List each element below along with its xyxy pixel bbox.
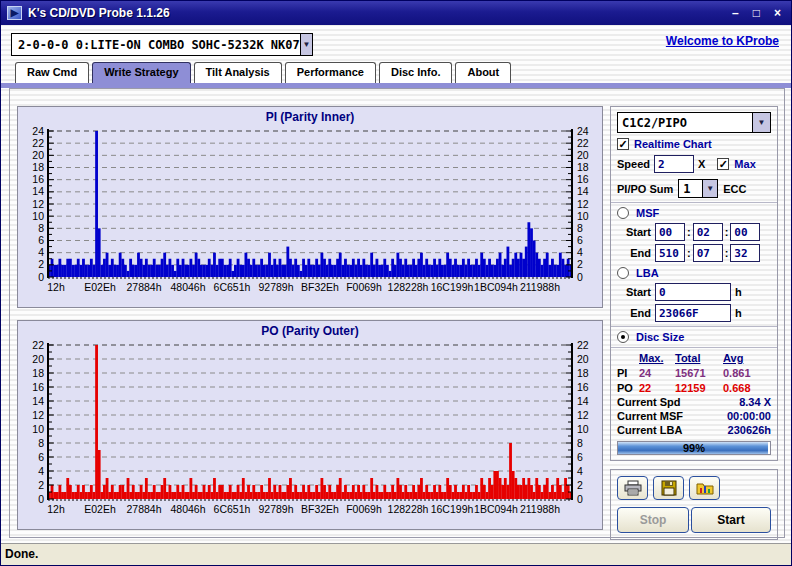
msf-start-min[interactable]	[655, 223, 685, 241]
svg-text:E02Eh: E02Eh	[84, 281, 116, 293]
colon: :	[687, 226, 691, 238]
msf-end-min[interactable]	[655, 244, 685, 262]
svg-text:8: 8	[38, 222, 44, 234]
msf-radio[interactable]	[617, 207, 629, 219]
chevron-down-icon[interactable]: ▼	[752, 113, 770, 132]
svg-text:F0069h: F0069h	[346, 503, 382, 515]
progress-bar: 99%	[617, 441, 771, 455]
svg-text:F0069h: F0069h	[346, 281, 382, 293]
minimize-icon[interactable]: –	[732, 6, 739, 20]
start-button[interactable]: Start	[691, 507, 771, 533]
print-button[interactable]	[617, 476, 648, 500]
stats-pi-name: PI	[617, 367, 639, 379]
svg-text:6: 6	[577, 451, 583, 463]
svg-text:12: 12	[32, 409, 44, 421]
drive-selector[interactable]: 2-0-0-0 0:LITE-ON COMBO SOHC-5232K NK07 …	[11, 33, 313, 56]
stats-pi-total: 15671	[675, 367, 723, 379]
tab-raw-cmd[interactable]: Raw Cmd	[15, 62, 89, 83]
chevron-down-icon[interactable]: ▼	[300, 34, 312, 55]
current-msf-value: 00:00:00	[727, 410, 771, 422]
pipo-sum-select[interactable]: 1 ▼	[678, 179, 718, 198]
svg-text:92789h: 92789h	[258, 503, 293, 515]
svg-text:18: 18	[32, 161, 44, 173]
chart-export-button[interactable]	[689, 476, 720, 500]
close-icon[interactable]: ×	[774, 6, 781, 20]
floppy-icon	[661, 480, 677, 496]
svg-text:20: 20	[32, 149, 44, 161]
lba-start-label: Start	[617, 286, 651, 298]
svg-text:4: 4	[38, 465, 44, 477]
welcome-link[interactable]: Welcome to KProbe	[666, 34, 779, 48]
lba-start-unit: h	[735, 286, 742, 298]
svg-text:27884h: 27884h	[126, 281, 161, 293]
tab-tilt-analysis[interactable]: Tilt Analysis	[194, 62, 282, 83]
speed-input[interactable]	[654, 155, 694, 173]
svg-text:8: 8	[577, 222, 583, 234]
svg-text:20: 20	[32, 353, 44, 365]
svg-text:16C199h: 16C199h	[431, 281, 474, 293]
tab-about[interactable]: About	[455, 62, 511, 83]
svg-text:0: 0	[38, 493, 44, 505]
colon: :	[725, 226, 729, 238]
progress-label: 99%	[618, 442, 770, 454]
current-spd-label: Current Spd	[617, 396, 681, 408]
svg-text:12h: 12h	[47, 281, 65, 293]
svg-text:1BC094h: 1BC094h	[474, 281, 518, 293]
tab-performance[interactable]: Performance	[285, 62, 376, 83]
msf-start-sec[interactable]	[693, 223, 723, 241]
svg-text:0: 0	[577, 493, 583, 505]
svg-text:4: 4	[577, 246, 583, 258]
stats-po-avg: 0.668	[723, 382, 771, 394]
svg-text:4: 4	[38, 246, 44, 258]
stats-pi-max: 24	[639, 367, 675, 379]
msf-start-label: Start	[617, 226, 651, 238]
msf-end-frame[interactable]	[730, 244, 760, 262]
title-bar: ▶ K's CD/DVD Probe 1.1.26 – □ ×	[1, 1, 791, 25]
realtime-checkbox[interactable]: ✓	[617, 138, 629, 150]
current-spd-value: 8.34 X	[739, 396, 771, 408]
lba-end-input[interactable]	[655, 304, 731, 322]
status-bar: Done.	[1, 543, 791, 565]
chevron-down-icon[interactable]: ▼	[702, 180, 717, 197]
pi-chart: 0022446688101012121414161618182020222224…	[20, 125, 598, 303]
svg-text:BF32Eh: BF32Eh	[301, 281, 339, 293]
pipo-sum-value: 1	[679, 182, 702, 196]
svg-text:16: 16	[32, 173, 44, 185]
mode-select[interactable]: C1C2/PIPO ▼	[617, 112, 771, 133]
po-chart: 0022446688101012121414161618182020222212…	[20, 339, 598, 525]
svg-text:211988h: 211988h	[520, 281, 560, 293]
svg-text:6: 6	[38, 234, 44, 246]
svg-text:10: 10	[577, 423, 589, 435]
maximize-icon[interactable]: □	[753, 6, 760, 20]
save-button[interactable]	[653, 476, 684, 500]
disc-size-radio[interactable]	[617, 331, 629, 343]
svg-text:22: 22	[32, 339, 44, 351]
svg-text:16: 16	[577, 173, 589, 185]
stats-po-name: PO	[617, 382, 639, 394]
lba-label: LBA	[636, 267, 659, 279]
control-panel: C1C2/PIPO ▼ ✓ Realtime Chart Speed X ✓ M…	[610, 106, 778, 531]
speed-unit: X	[698, 158, 705, 170]
lba-radio[interactable]	[617, 267, 629, 279]
disc-size-label: Disc Size	[636, 331, 684, 343]
tab-write-strategy[interactable]: Write Strategy	[92, 62, 190, 83]
stats-header-avg: Avg	[723, 352, 771, 364]
svg-text:12h: 12h	[47, 503, 65, 515]
svg-text:2: 2	[38, 479, 44, 491]
svg-text:12: 12	[577, 198, 589, 210]
msf-end-sec[interactable]	[693, 244, 723, 262]
tab-disc-info[interactable]: Disc Info.	[379, 62, 453, 83]
po-chart-title: PO (Parity Outer)	[20, 323, 600, 339]
svg-text:14: 14	[577, 185, 589, 197]
stats-po-max: 22	[639, 382, 675, 394]
stop-button[interactable]: Stop	[617, 507, 689, 533]
svg-text:22: 22	[32, 137, 44, 149]
msf-start-frame[interactable]	[730, 223, 760, 241]
lba-end-label: End	[617, 307, 651, 319]
lba-start-input[interactable]	[655, 283, 731, 301]
app-window: ▶ K's CD/DVD Probe 1.1.26 – □ × 2-0-0-0 …	[0, 0, 792, 566]
svg-text:1BC094h: 1BC094h	[474, 503, 518, 515]
svg-text:27884h: 27884h	[126, 503, 161, 515]
max-checkbox[interactable]: ✓	[717, 158, 729, 170]
svg-text:48046h: 48046h	[170, 281, 205, 293]
